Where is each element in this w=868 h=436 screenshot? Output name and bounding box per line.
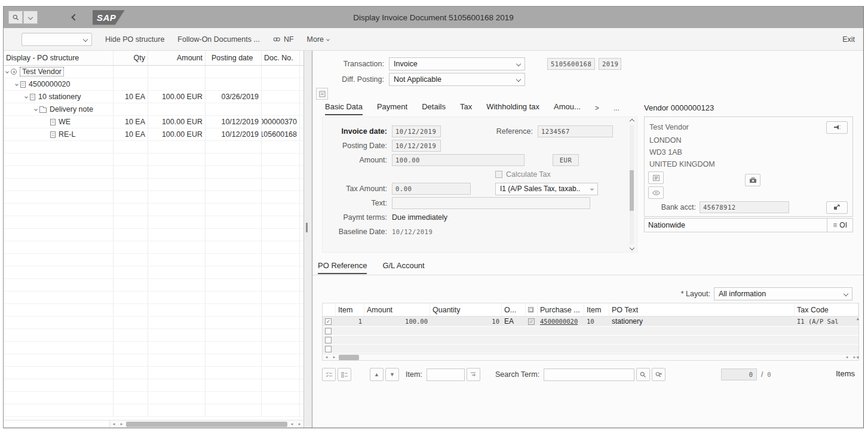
items-column-header[interactable]: Tax Code <box>795 303 858 316</box>
sort-descending-button[interactable]: ▼ <box>385 368 399 381</box>
items-horizontal-scrollbar[interactable]: ◂ ▸ ◂ ▸ <box>323 354 858 360</box>
bank-acct-field[interactable]: 45678912 <box>700 201 789 213</box>
go-to-item-button[interactable] <box>467 368 480 381</box>
scrollbar-thumb[interactable] <box>126 422 287 427</box>
scrollbar-thumb[interactable] <box>630 170 634 211</box>
exit-button[interactable]: Exit <box>842 35 855 44</box>
items-column-header[interactable]: Quantity <box>430 303 502 316</box>
tree-node-label[interactable]: 4500000020 <box>29 80 70 88</box>
tab-overflow-chevron[interactable]: > <box>595 104 599 115</box>
panel-splitter[interactable] <box>304 51 312 428</box>
tree-row[interactable]: WE10 EA100.00 EUR10/12/20195000000370 <box>4 116 303 128</box>
nf-button[interactable]: NF <box>273 35 294 44</box>
vendor-briefcase-button[interactable] <box>745 174 760 186</box>
tab-po-reference[interactable]: PO Reference <box>318 261 367 274</box>
posting-date-field[interactable]: 10/12/2019 <box>392 140 441 152</box>
items-column-header[interactable]: Item <box>584 303 609 316</box>
expander-chevron-icon[interactable] <box>15 82 19 86</box>
follow-on-documents-button[interactable]: Follow-On Documents ... <box>177 35 260 44</box>
tree-node-label[interactable]: Delivery note <box>50 105 93 113</box>
scroll-right-icon[interactable]: ▸ <box>296 421 303 428</box>
tab-payment[interactable]: Payment <box>377 102 407 115</box>
invoice-date-field[interactable]: 10/12/2019 <box>392 125 441 137</box>
scroll-up-icon[interactable] <box>629 119 634 124</box>
tree-node-label[interactable]: WE <box>59 118 70 126</box>
tree-column-header[interactable]: Qty <box>114 51 148 65</box>
item-input[interactable] <box>427 369 465 381</box>
open-items-button[interactable]: ≡ OI <box>827 219 852 232</box>
hide-po-structure-button[interactable]: Hide PO structure <box>105 35 164 44</box>
display-vendor-button[interactable] <box>826 121 848 134</box>
tree-node-label[interactable]: RE-L <box>59 130 75 139</box>
items-row[interactable]: 1100.0010EA450000002010stationeryI1 (A/P… <box>323 317 858 327</box>
select-column-header[interactable] <box>323 303 336 316</box>
items-column-header[interactable]: Purchase ... <box>538 303 584 316</box>
select-all-button[interactable] <box>322 368 336 381</box>
bank-detail-button[interactable] <box>826 201 848 214</box>
tree-row[interactable]: RE-L10 EA100.00 EUR10/12/20195105600168 <box>4 128 303 141</box>
more-button[interactable]: More <box>307 35 329 44</box>
basic-data-scrollbar[interactable] <box>628 119 635 250</box>
text-field[interactable] <box>392 197 590 209</box>
purchase-order-link[interactable]: 4500000020 <box>540 318 578 325</box>
tree-column-header[interactable]: Display - PO structure <box>4 51 114 65</box>
layout-select[interactable]: All information <box>714 287 852 300</box>
tab-g-l-account[interactable]: G/L Account <box>382 261 424 274</box>
currency-field[interactable]: EUR <box>553 154 579 166</box>
tab-amou[interactable]: Amou... <box>554 102 581 115</box>
items-column-header[interactable]: Amount <box>364 303 430 316</box>
scrollbar-thumb[interactable] <box>339 355 359 360</box>
tax-code-select[interactable]: I1 (A/P Sales Tax, taxab.. <box>495 183 598 195</box>
tab-basic-data[interactable]: Basic Data <box>325 102 363 115</box>
diff-posting-select[interactable]: Not Applicable <box>389 73 525 86</box>
indicator-column-header[interactable] <box>526 303 538 316</box>
command-combobox[interactable] <box>22 33 92 46</box>
row-select-checkbox[interactable] <box>325 318 332 325</box>
tree-row[interactable]: Test Vendor <box>4 66 303 78</box>
tab-details[interactable]: Details <box>422 102 446 115</box>
tree-horizontal-scrollbar[interactable]: ◂ ▸ ◂ ▸ <box>4 420 303 428</box>
vendor-card-button[interactable] <box>648 186 664 199</box>
tree-node-label[interactable]: 10 stationery <box>38 93 81 101</box>
deselect-all-button[interactable] <box>338 368 351 381</box>
tree-node-label[interactable]: Test Vendor <box>20 67 64 76</box>
tree-row[interactable]: 10 stationery10 EA100.00 EUR03/26/2019 <box>4 91 303 103</box>
items-vertical-scrollbar[interactable]: ▲ ▼ <box>855 317 861 360</box>
search-next-button[interactable] <box>652 368 665 381</box>
amount-field[interactable]: 100.00 <box>392 154 525 166</box>
row-select-checkbox[interactable] <box>325 346 332 352</box>
items-column-header[interactable]: PO Text <box>609 303 795 316</box>
expander-chevron-icon[interactable] <box>5 70 9 73</box>
vendor-list-button[interactable] <box>648 171 664 184</box>
expander-chevron-icon[interactable] <box>24 95 28 99</box>
scroll-down-icon[interactable]: ▼ <box>856 355 860 360</box>
sort-ascending-button[interactable]: ▲ <box>370 368 384 381</box>
tax-amount-field[interactable]: 0.00 <box>392 183 471 195</box>
scroll-down-icon[interactable] <box>629 245 634 250</box>
scroll-left-icon[interactable]: ◂ <box>323 354 330 361</box>
tree-column-header[interactable]: Amount <box>148 51 206 65</box>
expander-chevron-icon[interactable] <box>34 108 38 111</box>
tree-column-header[interactable]: Doc. No. <box>262 51 300 65</box>
search-button[interactable] <box>636 368 650 381</box>
tab-tax[interactable]: Tax <box>460 102 472 115</box>
scroll-left-icon[interactable]: ◂ <box>843 354 851 361</box>
tab-more-ellipsis[interactable]: ... <box>614 104 619 115</box>
tree-column-header[interactable]: Posting date <box>206 51 262 65</box>
items-column-header[interactable]: Item <box>336 303 364 316</box>
transaction-select[interactable]: Invoice <box>389 57 525 70</box>
scroll-right-icon[interactable]: ▸ <box>118 421 125 428</box>
row-select-checkbox[interactable] <box>325 328 332 334</box>
document-number-field[interactable]: 5105600168 <box>547 58 595 70</box>
reference-field[interactable]: 1234567 <box>538 125 613 137</box>
scroll-up-icon[interactable]: ▲ <box>856 317 860 321</box>
tree-row[interactable]: 4500000020 <box>4 78 303 91</box>
scroll-right-icon[interactable]: ▸ <box>330 354 338 361</box>
search-term-input[interactable] <box>544 369 634 381</box>
items-column-header[interactable]: O... <box>502 303 526 316</box>
calculate-tax-checkbox[interactable] <box>495 171 502 178</box>
tree-row[interactable]: Delivery note <box>4 103 303 116</box>
scroll-left-icon[interactable]: ◂ <box>110 421 118 428</box>
note-button[interactable] <box>316 88 328 100</box>
scroll-left-icon[interactable]: ◂ <box>288 421 296 428</box>
